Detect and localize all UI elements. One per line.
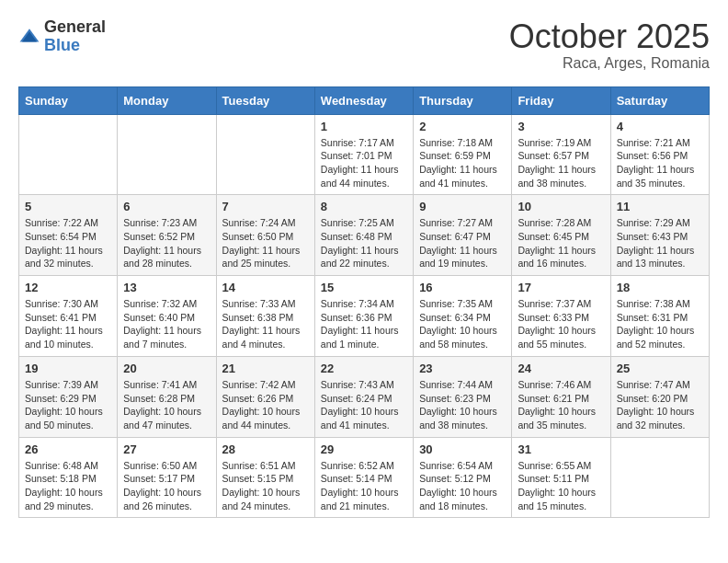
day-info: Sunrise: 6:52 AM Sunset: 5:14 PM Dayligh… (321, 459, 407, 513)
month-title: October 2025 (509, 18, 710, 55)
day-info: Sunrise: 6:50 AM Sunset: 5:17 PM Dayligh… (123, 459, 210, 513)
day-number: 28 (222, 442, 309, 456)
day-info: Sunrise: 7:25 AM Sunset: 6:48 PM Dayligh… (321, 216, 407, 270)
day-number: 25 (617, 362, 703, 375)
calendar-cell: 2Sunrise: 7:18 AM Sunset: 6:59 PM Daylig… (414, 114, 512, 195)
calendar-cell: 31Sunrise: 6:55 AM Sunset: 5:11 PM Dayli… (512, 437, 610, 518)
day-number: 26 (25, 442, 111, 456)
day-number: 3 (518, 120, 604, 133)
calendar-week-row: 19Sunrise: 7:39 AM Sunset: 6:29 PM Dayli… (19, 356, 710, 437)
calendar-week-row: 12Sunrise: 7:30 AM Sunset: 6:41 PM Dayli… (19, 276, 710, 357)
calendar-cell: 30Sunrise: 6:54 AM Sunset: 5:12 PM Dayli… (414, 437, 512, 518)
day-number: 14 (222, 281, 309, 294)
calendar-week-row: 26Sunrise: 6:48 AM Sunset: 5:18 PM Dayli… (19, 437, 710, 518)
calendar-cell: 14Sunrise: 7:33 AM Sunset: 6:38 PM Dayli… (216, 276, 314, 357)
day-info: Sunrise: 7:19 AM Sunset: 6:57 PM Dayligh… (518, 136, 604, 190)
calendar-cell (118, 114, 216, 195)
day-number: 13 (123, 281, 210, 294)
calendar-cell: 28Sunrise: 6:51 AM Sunset: 5:15 PM Dayli… (216, 437, 314, 518)
calendar-cell: 27Sunrise: 6:50 AM Sunset: 5:17 PM Dayli… (118, 437, 216, 518)
calendar-cell: 10Sunrise: 7:28 AM Sunset: 6:45 PM Dayli… (512, 195, 610, 276)
day-number: 7 (222, 200, 309, 213)
calendar-cell: 4Sunrise: 7:21 AM Sunset: 6:56 PM Daylig… (610, 114, 709, 195)
day-info: Sunrise: 7:33 AM Sunset: 6:38 PM Dayligh… (222, 297, 309, 351)
logo: General Blue (18, 18, 106, 55)
day-number: 16 (419, 281, 506, 294)
day-number: 23 (419, 362, 506, 375)
day-number: 9 (419, 200, 506, 213)
day-number: 4 (617, 120, 703, 133)
title-block: October 2025 Raca, Arges, Romania (509, 18, 710, 72)
day-info: Sunrise: 6:48 AM Sunset: 5:18 PM Dayligh… (25, 459, 111, 513)
day-number: 15 (321, 281, 407, 294)
location-title: Raca, Arges, Romania (509, 55, 710, 72)
day-number: 29 (321, 442, 407, 456)
day-info: Sunrise: 7:39 AM Sunset: 6:29 PM Dayligh… (25, 378, 111, 432)
day-info: Sunrise: 7:27 AM Sunset: 6:47 PM Dayligh… (419, 216, 506, 270)
day-info: Sunrise: 7:29 AM Sunset: 6:43 PM Dayligh… (617, 216, 703, 270)
day-info: Sunrise: 7:44 AM Sunset: 6:23 PM Dayligh… (419, 378, 506, 432)
logo-general: General (44, 17, 106, 36)
day-info: Sunrise: 7:28 AM Sunset: 6:45 PM Dayligh… (518, 216, 604, 270)
calendar-cell (216, 114, 314, 195)
day-info: Sunrise: 7:47 AM Sunset: 6:20 PM Dayligh… (617, 378, 703, 432)
calendar-cell: 17Sunrise: 7:37 AM Sunset: 6:33 PM Dayli… (512, 276, 610, 357)
day-number: 12 (25, 281, 111, 294)
day-info: Sunrise: 7:32 AM Sunset: 6:40 PM Dayligh… (123, 297, 210, 351)
day-info: Sunrise: 7:46 AM Sunset: 6:21 PM Dayligh… (518, 378, 604, 432)
day-info: Sunrise: 7:30 AM Sunset: 6:41 PM Dayligh… (25, 297, 111, 351)
calendar-cell: 23Sunrise: 7:44 AM Sunset: 6:23 PM Dayli… (414, 356, 512, 437)
calendar-week-row: 1Sunrise: 7:17 AM Sunset: 7:01 PM Daylig… (19, 114, 710, 195)
calendar-cell: 1Sunrise: 7:17 AM Sunset: 7:01 PM Daylig… (314, 114, 413, 195)
calendar-cell: 22Sunrise: 7:43 AM Sunset: 6:24 PM Dayli… (314, 356, 413, 437)
day-number: 6 (123, 200, 210, 213)
day-number: 18 (617, 281, 703, 294)
day-number: 19 (25, 362, 111, 375)
calendar-cell: 8Sunrise: 7:25 AM Sunset: 6:48 PM Daylig… (314, 195, 413, 276)
weekday-header: Friday (512, 86, 610, 114)
day-info: Sunrise: 7:34 AM Sunset: 6:36 PM Dayligh… (321, 297, 407, 351)
calendar-cell (610, 437, 709, 518)
calendar-cell: 16Sunrise: 7:35 AM Sunset: 6:34 PM Dayli… (414, 276, 512, 357)
calendar-cell: 19Sunrise: 7:39 AM Sunset: 6:29 PM Dayli… (19, 356, 118, 437)
weekday-header: Saturday (610, 86, 709, 114)
day-info: Sunrise: 7:22 AM Sunset: 6:54 PM Dayligh… (25, 216, 111, 270)
day-number: 24 (518, 362, 604, 375)
calendar-cell: 13Sunrise: 7:32 AM Sunset: 6:40 PM Dayli… (118, 276, 216, 357)
day-number: 30 (419, 442, 506, 456)
day-number: 20 (123, 362, 210, 375)
calendar-cell: 7Sunrise: 7:24 AM Sunset: 6:50 PM Daylig… (216, 195, 314, 276)
page-header: General Blue October 2025 Raca, Arges, R… (18, 18, 710, 72)
day-number: 27 (123, 442, 210, 456)
calendar-cell: 6Sunrise: 7:23 AM Sunset: 6:52 PM Daylig… (118, 195, 216, 276)
day-number: 22 (321, 362, 407, 375)
calendar-cell: 18Sunrise: 7:38 AM Sunset: 6:31 PM Dayli… (610, 276, 709, 357)
day-info: Sunrise: 7:41 AM Sunset: 6:28 PM Dayligh… (123, 378, 210, 432)
day-number: 21 (222, 362, 309, 375)
calendar-cell: 5Sunrise: 7:22 AM Sunset: 6:54 PM Daylig… (19, 195, 118, 276)
weekday-header: Wednesday (314, 86, 413, 114)
calendar-cell: 15Sunrise: 7:34 AM Sunset: 6:36 PM Dayli… (314, 276, 413, 357)
day-number: 11 (617, 200, 703, 213)
day-info: Sunrise: 6:54 AM Sunset: 5:12 PM Dayligh… (419, 459, 506, 513)
logo-blue: Blue (44, 36, 80, 54)
calendar-week-row: 5Sunrise: 7:22 AM Sunset: 6:54 PM Daylig… (19, 195, 710, 276)
day-info: Sunrise: 7:18 AM Sunset: 6:59 PM Dayligh… (419, 136, 506, 190)
weekday-header: Tuesday (216, 86, 314, 114)
day-info: Sunrise: 6:51 AM Sunset: 5:15 PM Dayligh… (222, 459, 309, 513)
calendar-table: SundayMondayTuesdayWednesdayThursdayFrid… (18, 86, 710, 519)
calendar-cell: 25Sunrise: 7:47 AM Sunset: 6:20 PM Dayli… (610, 356, 709, 437)
day-number: 8 (321, 200, 407, 213)
day-number: 2 (419, 120, 506, 133)
calendar-cell: 26Sunrise: 6:48 AM Sunset: 5:18 PM Dayli… (19, 437, 118, 518)
weekday-header-row: SundayMondayTuesdayWednesdayThursdayFrid… (19, 86, 710, 114)
day-info: Sunrise: 7:37 AM Sunset: 6:33 PM Dayligh… (518, 297, 604, 351)
weekday-header: Monday (118, 86, 216, 114)
day-info: Sunrise: 6:55 AM Sunset: 5:11 PM Dayligh… (518, 459, 604, 513)
day-info: Sunrise: 7:24 AM Sunset: 6:50 PM Dayligh… (222, 216, 309, 270)
day-info: Sunrise: 7:21 AM Sunset: 6:56 PM Dayligh… (617, 136, 703, 190)
day-info: Sunrise: 7:38 AM Sunset: 6:31 PM Dayligh… (617, 297, 703, 351)
calendar-cell: 12Sunrise: 7:30 AM Sunset: 6:41 PM Dayli… (19, 276, 118, 357)
day-number: 17 (518, 281, 604, 294)
day-info: Sunrise: 7:23 AM Sunset: 6:52 PM Dayligh… (123, 216, 210, 270)
